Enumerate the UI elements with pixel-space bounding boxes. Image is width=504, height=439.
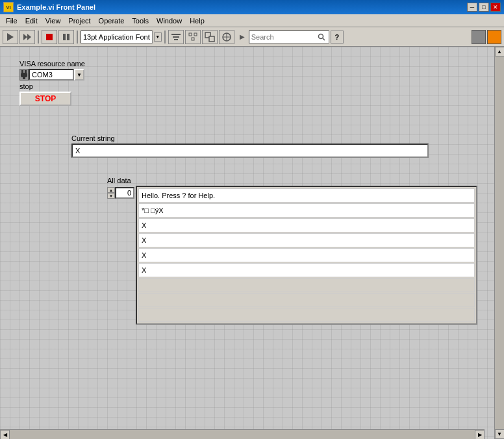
menu-operate[interactable]: Operate — [95, 16, 128, 25]
svg-rect-13 — [209, 36, 214, 42]
menu-help[interactable]: Help — [186, 16, 208, 25]
svg-rect-7 — [173, 36, 179, 38]
svg-rect-3 — [46, 34, 53, 40]
svg-rect-10 — [194, 33, 197, 36]
font-dropdown[interactable]: 13pt Application Font — [81, 31, 153, 44]
menu-window[interactable]: Window — [153, 16, 185, 25]
array-row — [138, 293, 475, 307]
all-data-control: All data ▲ ▼ 0 — [107, 177, 477, 325]
stop-control: stop STOP — [19, 82, 71, 106]
numeric-input[interactable]: 0 — [115, 187, 134, 199]
scroll-down-button[interactable]: ▼ — [495, 429, 505, 439]
numeric-arrows: ▲ ▼ — [107, 187, 115, 199]
stop-label: stop — [19, 82, 71, 90]
svg-rect-8 — [174, 39, 178, 40]
menu-edit[interactable]: Edit — [22, 16, 41, 25]
numeric-index-control: ▲ ▼ 0 — [107, 187, 134, 199]
menu-tools[interactable]: Tools — [129, 16, 152, 25]
svg-marker-0 — [7, 33, 14, 41]
help-button[interactable]: ? — [331, 31, 344, 44]
main-content: VISA resource name COM3 ▼ stop STOP Curr… — [0, 47, 504, 439]
menu-project[interactable]: Project — [65, 16, 94, 25]
svg-rect-9 — [189, 33, 192, 36]
front-panel[interactable]: VISA resource name COM3 ▼ stop STOP Curr… — [0, 47, 494, 439]
array-row: X — [138, 263, 475, 277]
lv-toolbar-icons — [472, 30, 501, 44]
stop-button[interactable]: STOP — [19, 92, 71, 106]
toolbar: 13pt Application Font ▼ ▶ — [0, 27, 504, 47]
lv-icon-1 — [472, 30, 486, 44]
current-string-control: Current string X — [71, 134, 429, 158]
bottom-scrollbar: ◀ ▶ — [0, 429, 485, 439]
all-data-label: All data — [107, 177, 477, 184]
current-string-box: X — [71, 144, 429, 158]
maximize-button[interactable]: □ — [479, 3, 489, 12]
search-input[interactable] — [251, 33, 316, 41]
visa-dropdown-arrow[interactable]: ▼ — [74, 69, 84, 81]
array-row: Hello. Press ? for Help. — [138, 188, 475, 203]
array-container: Hello. Press ? for Help. *□ □ÿX X X X — [136, 186, 477, 325]
toolbar-separator-2 — [77, 31, 78, 44]
numeric-increment[interactable]: ▲ — [107, 187, 115, 193]
array-row — [138, 308, 475, 322]
search-icon[interactable] — [316, 32, 327, 42]
current-string-value: X — [75, 147, 80, 155]
toolbar-separator-3 — [164, 31, 166, 44]
visa-control: VISA resource name COM3 ▼ — [19, 60, 85, 81]
search-box[interactable] — [249, 31, 329, 44]
visa-input[interactable]: COM3 — [29, 69, 74, 81]
array-row: X — [138, 248, 475, 262]
numeric-decrement[interactable]: ▼ — [107, 193, 115, 199]
svg-rect-11 — [192, 38, 194, 40]
array-row: X — [138, 218, 475, 232]
arrange-button[interactable] — [219, 30, 234, 44]
svg-marker-2 — [27, 34, 31, 40]
menu-file[interactable]: File — [3, 16, 21, 25]
right-scrollbar: ▲ ▼ — [494, 47, 504, 439]
run-button[interactable] — [3, 30, 18, 44]
svg-rect-22 — [23, 77, 25, 79]
close-button[interactable]: ✕ — [490, 3, 501, 12]
font-label: 13pt Application Font — [83, 33, 150, 41]
svg-marker-1 — [23, 34, 27, 40]
menu-view[interactable]: View — [42, 16, 64, 25]
pause-button[interactable] — [58, 30, 74, 44]
vertical-scroll-track[interactable] — [495, 56, 505, 429]
stop-button-text: STOP — [35, 94, 56, 103]
distribute-button[interactable] — [185, 30, 201, 44]
scroll-right-button[interactable]: ▶ — [475, 430, 485, 440]
align-button[interactable] — [168, 30, 184, 44]
run-continuously-button[interactable] — [19, 30, 35, 44]
visa-label: VISA resource name — [19, 60, 85, 68]
visa-dropdown[interactable]: COM3 ▼ — [19, 69, 85, 81]
toolbar-separator-1 — [38, 31, 39, 44]
svg-rect-5 — [67, 34, 69, 40]
scroll-up-button[interactable]: ▲ — [495, 47, 505, 56]
title-bar: VI Example.vi Front Panel ─ □ ✕ — [0, 0, 504, 14]
horizontal-scroll-track[interactable] — [10, 430, 475, 440]
numeric-box: ▲ ▼ 0 — [107, 187, 134, 199]
stop-toolbar-button[interactable] — [42, 30, 57, 44]
array-row: X — [138, 233, 475, 247]
array-row — [138, 278, 475, 292]
svg-rect-4 — [63, 34, 66, 40]
minimize-button[interactable]: ─ — [467, 3, 477, 12]
svg-rect-6 — [171, 34, 181, 35]
array-row: *□ □ÿX — [138, 203, 475, 218]
menu-bar: File Edit View Project Operate Tools Win… — [0, 14, 504, 27]
svg-rect-21 — [21, 73, 27, 77]
font-dropdown-arrow[interactable]: ▼ — [154, 32, 162, 42]
window-title: Example.vi Front Panel — [17, 3, 95, 11]
app-icon: VI — [3, 2, 14, 12]
svg-point-17 — [318, 34, 323, 38]
search-arrow: ▶ — [240, 33, 245, 40]
lv-icon-2 — [487, 30, 501, 44]
resize-button[interactable] — [202, 30, 218, 44]
svg-line-18 — [323, 38, 325, 40]
visa-plug-icon — [19, 69, 29, 81]
scroll-left-button[interactable]: ◀ — [0, 430, 10, 440]
current-string-label: Current string — [71, 134, 429, 142]
